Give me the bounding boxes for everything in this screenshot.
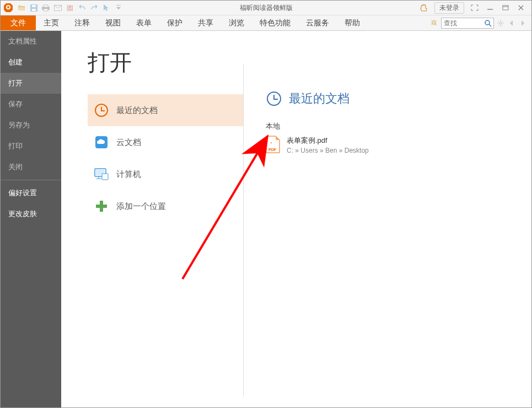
text-icon[interactable]: 圕 [66,3,74,12]
qat-dropdown-icon[interactable] [114,3,123,12]
tab-cloud[interactable]: 云服务 [298,15,337,30]
clock-icon [94,103,109,117]
sidebar-item-create[interactable]: 创建 [1,52,61,73]
file-name: 表单案例.pdf [287,136,369,146]
location-recent[interactable]: 最近的文档 [88,94,243,126]
sidebar-item-properties[interactable]: 文档属性 [1,31,61,52]
search-input-container [441,18,494,29]
app-logo-icon [3,2,14,13]
hand-icon[interactable] [419,4,429,12]
svg-text:PDF: PDF [268,148,277,152]
cursor-icon[interactable] [102,3,111,12]
svg-line-15 [489,24,491,26]
tab-help[interactable]: 帮助 [337,15,368,30]
svg-rect-25 [96,205,107,208]
tab-browse[interactable]: 浏览 [221,15,252,30]
sidebar-item-save[interactable]: 保存 [1,94,61,115]
undo-icon[interactable] [78,3,87,12]
sidebar-item-open[interactable]: 打开 [1,73,61,94]
ribbon-search-icon[interactable] [430,19,439,28]
pdf-file-icon: PDF [266,136,281,153]
restore-icon[interactable] [501,4,510,12]
location-label: 添加一个位置 [116,201,166,212]
tab-protect[interactable]: 保护 [159,15,190,30]
recent-heading: 最近的文档 [266,90,531,107]
sidebar-item-preferences[interactable]: 偏好设置 [1,182,61,203]
sidebar-separator [1,180,61,180]
svg-rect-1 [32,5,36,7]
location-list: 最近的文档 云文档 计算机 添加一个位置 [88,94,243,222]
email-icon[interactable] [53,3,62,12]
gear-icon[interactable] [496,19,505,28]
fullscreen-icon[interactable] [470,4,480,12]
open-icon[interactable] [17,3,26,12]
sidebar-item-skin[interactable]: 更改皮肤 [1,203,61,224]
content-area: 打开 最近的文档 云文档 计算机 添加一个位置 [61,31,531,407]
page-title: 打开 [88,47,243,78]
location-label: 最近的文档 [116,105,158,116]
nav-next-icon[interactable] [518,19,527,28]
location-label: 云文档 [116,137,141,148]
tab-view[interactable]: 视图 [98,15,128,30]
open-left-column: 打开 最近的文档 云文档 计算机 添加一个位置 [61,31,243,407]
computer-icon [94,167,109,181]
tab-home[interactable]: 主页 [36,15,67,30]
file-sidebar: 文档属性 创建 打开 保存 另存为 打印 关闭 偏好设置 更改皮肤 [1,31,61,407]
sidebar-item-print[interactable]: 打印 [1,136,61,157]
sidebar-item-close[interactable]: 关闭 [1,157,61,178]
tab-annotate[interactable]: 注释 [67,15,98,30]
svg-rect-9 [503,6,508,10]
recent-file-row[interactable]: PDF 表单案例.pdf C: » Users » Ben » Desktop [266,136,531,154]
print-icon[interactable] [41,3,50,12]
quick-access-toolbar: 圕 [17,3,123,12]
svg-point-14 [485,20,490,25]
location-computer[interactable]: 计算机 [88,158,243,190]
open-right-column: 最近的文档 本地 PDF 表单案例.pdf C: » Users » Ben »… [244,31,531,407]
clock-icon [266,90,282,107]
search-go-icon[interactable] [482,18,493,28]
svg-rect-4 [44,5,48,7]
svg-rect-21 [102,174,108,180]
svg-point-16 [499,22,502,24]
main-area: 文档属性 创建 打开 保存 另存为 打印 关闭 偏好设置 更改皮肤 打开 最近的… [1,31,531,407]
tab-feature[interactable]: 特色功能 [252,15,298,30]
titlebar: 圕 福昕阅读器领鲜版 未登录 [1,1,531,15]
svg-rect-5 [44,9,48,11]
local-label: 本地 [266,121,531,131]
tab-file[interactable]: 文件 [1,15,36,30]
login-button[interactable]: 未登录 [434,2,464,14]
redo-icon[interactable] [90,3,99,12]
plus-icon [94,199,109,213]
location-add[interactable]: 添加一个位置 [88,190,243,222]
nav-prev-icon[interactable] [507,19,516,28]
close-icon[interactable] [516,4,526,12]
location-cloud[interactable]: 云文档 [88,126,243,158]
file-path: C: » Users » Ben » Desktop [287,147,369,154]
tab-form[interactable]: 表单 [128,15,159,30]
ribbon: 文件 主页 注释 视图 表单 保护 共享 浏览 特色功能 云服务 帮助 [1,15,531,31]
search-input[interactable] [442,19,482,27]
svg-rect-2 [32,9,36,11]
minimize-icon[interactable] [485,4,495,12]
save-icon[interactable] [29,3,38,12]
cloud-icon [94,135,109,149]
tab-share[interactable]: 共享 [190,15,221,30]
svg-text:圕: 圕 [67,4,73,11]
recent-heading-text: 最近的文档 [289,90,350,107]
location-label: 计算机 [116,169,141,180]
sidebar-item-save-as[interactable]: 另存为 [1,115,61,136]
